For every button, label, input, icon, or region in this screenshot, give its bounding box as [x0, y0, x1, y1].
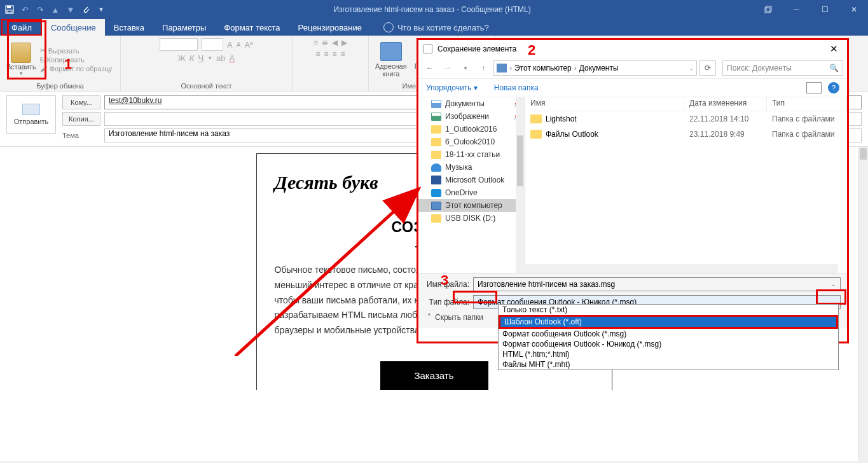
breadcrumb[interactable]: › Этот компьютер › Документы ⌄	[493, 60, 697, 76]
recent-icon[interactable]: ▼	[458, 60, 473, 76]
folder-icon	[431, 189, 441, 197]
filetype-option[interactable]: HTML (*.htm;*.html)	[499, 349, 838, 359]
tab-review[interactable]: Рецензирование	[289, 19, 371, 36]
to-button[interactable]: Кому...	[62, 95, 100, 109]
prev-icon[interactable]: ▲	[48, 3, 62, 17]
strike-icon[interactable]: ▼	[207, 55, 212, 61]
forward-icon[interactable]: →	[440, 60, 455, 76]
send-button[interactable]: Отправить	[6, 95, 56, 134]
align-left-icon[interactable]: ≡	[315, 50, 320, 59]
copy-button[interactable]: ⎘ Копировать	[40, 56, 113, 64]
font-color-icon[interactable]: A	[230, 53, 235, 63]
refresh-icon[interactable]: ⟳	[699, 60, 716, 76]
col-name[interactable]: Имя	[525, 97, 684, 111]
order-button[interactable]: Заказать	[380, 361, 488, 390]
underline-icon[interactable]: Ч	[198, 53, 203, 63]
annotation-num-3: 3	[441, 272, 448, 289]
sidebar-scrollbar[interactable]	[516, 97, 525, 273]
undo-icon[interactable]: ↶	[18, 3, 32, 17]
annotation-num-1: 1	[64, 56, 72, 73]
file-row[interactable]: Файлы Outlook23.11.2018 9:49Папка с файл…	[525, 127, 847, 142]
tab-format[interactable]: Формат текста	[215, 19, 289, 36]
save-icon[interactable]	[3, 3, 17, 17]
filetype-option[interactable]: Шаблон Outlook (*.oft)	[499, 315, 838, 329]
italic-icon[interactable]: К	[189, 53, 195, 63]
up-icon[interactable]: ↑	[476, 60, 491, 76]
indent-icon[interactable]: ▶	[341, 38, 347, 47]
dialog-close-icon[interactable]: ✕	[826, 43, 842, 55]
back-icon[interactable]: ←	[422, 60, 437, 76]
close-icon[interactable]: ✕	[839, 0, 868, 19]
minimize-icon[interactable]: ─	[782, 0, 811, 19]
qat-dropdown-icon[interactable]: ▼	[94, 3, 108, 17]
bullets-icon[interactable]: ≡	[313, 38, 318, 47]
folder-icon	[431, 100, 441, 108]
maximize-icon[interactable]: ☐	[811, 0, 839, 19]
filetype-option[interactable]: Формат сообщения Outlook - Юникод (*.msg…	[499, 339, 838, 349]
tab-file[interactable]: Файл	[1, 19, 42, 36]
align-center-icon[interactable]: ≡	[324, 50, 328, 59]
attach-icon[interactable]	[79, 3, 93, 17]
sidebar-item[interactable]: Документы📌	[418, 97, 525, 110]
dialog-icon	[424, 45, 432, 53]
body-scrollbar[interactable]	[858, 147, 868, 461]
restore-up-icon[interactable]	[754, 0, 782, 19]
align-right-icon[interactable]: ≡	[333, 50, 337, 59]
sidebar-item[interactable]: 1_Outlook2016	[418, 123, 525, 135]
folder-icon	[431, 202, 441, 210]
tab-insert[interactable]: Вставка	[105, 19, 153, 36]
bold-icon[interactable]: Ж	[178, 53, 186, 63]
search-field[interactable]: Поиск: Документы 🔍	[722, 60, 843, 76]
justify-icon[interactable]: ≡	[341, 50, 345, 59]
svg-rect-1	[7, 6, 11, 8]
tab-message[interactable]: Сообщение	[42, 19, 105, 36]
sidebar-item[interactable]: Этот компьютер	[418, 199, 525, 212]
col-date[interactable]: Дата изменения	[684, 97, 767, 111]
outdent-icon[interactable]: ◀	[332, 38, 338, 47]
next-icon[interactable]: ▼	[64, 3, 78, 17]
folder-icon	[431, 138, 441, 146]
dialog-nav: ← → ▼ ↑ › Этот компьютер › Документы ⌄ ⟳…	[418, 58, 847, 78]
title-bar: ↶ ↷ ▲ ▼ ▼ Изготовление html-писем на зак…	[0, 0, 868, 19]
redo-icon[interactable]: ↷	[33, 3, 47, 17]
tell-me-search[interactable]: Что вы хотите сделать?	[383, 19, 489, 36]
list-h-scrollbar[interactable]	[525, 264, 838, 273]
help-icon[interactable]: ?	[828, 82, 839, 93]
increase-font-icon[interactable]: A	[227, 40, 233, 50]
col-type[interactable]: Тип	[767, 97, 847, 111]
dialog-toolbar: Упорядочить ▾ Новая папка ?	[418, 78, 847, 97]
address-book-button[interactable]: Адресная книга	[375, 42, 407, 78]
folder-icon	[431, 163, 441, 172]
numbers-icon[interactable]: ≣	[322, 38, 328, 47]
paste-button[interactable]: Вставить ▼	[6, 43, 36, 76]
sidebar-item[interactable]: 6_Oulook2010	[418, 135, 525, 148]
filename-input[interactable]: Изготовление html-писем на заказ.msg ⌄	[473, 277, 841, 291]
organize-menu[interactable]: Упорядочить ▾	[426, 83, 478, 92]
folder-icon	[431, 125, 441, 134]
file-row[interactable]: Lightshot22.11.2018 14:10Папка с файлами	[525, 111, 847, 127]
filetype-option[interactable]: Только текст (*.txt)	[499, 305, 838, 315]
sidebar-item[interactable]: OneDrive	[418, 186, 525, 199]
cc-button[interactable]: Копия...	[62, 112, 100, 126]
folder-icon	[431, 214, 441, 223]
tab-options[interactable]: Параметры	[153, 19, 215, 36]
filetype-dropdown: Только текст (*.txt)Шаблон Outlook (*.of…	[498, 304, 839, 370]
decrease-font-icon[interactable]: A	[237, 41, 241, 48]
font-size-combo[interactable]	[202, 38, 223, 51]
sidebar-item[interactable]: USB DISK (D:)	[418, 212, 525, 225]
pc-icon	[497, 64, 507, 73]
sidebar-item[interactable]: Microsoft Outlook	[418, 174, 525, 186]
font-family-combo[interactable]	[160, 38, 198, 51]
filetype-option[interactable]: Формат сообщения Outlook (*.msg)	[499, 329, 838, 339]
sidebar-item[interactable]: Изображени📌	[418, 110, 525, 123]
sidebar-item[interactable]: Музыка	[418, 161, 525, 174]
filetype-option[interactable]: Файлы MHT (*.mht)	[499, 359, 838, 370]
highlight-icon[interactable]: ab	[216, 53, 225, 63]
cut-button[interactable]: ✂ Вырезать	[40, 46, 113, 55]
format-painter-button[interactable]: 🖌 Формат по образцу	[40, 65, 113, 73]
new-folder-button[interactable]: Новая папка	[494, 83, 539, 92]
sidebar-item[interactable]: 18-11-xx статьи	[418, 148, 525, 161]
view-icon[interactable]	[806, 82, 822, 93]
folder-icon	[530, 114, 542, 123]
clear-format-icon[interactable]: Aª	[244, 40, 252, 50]
